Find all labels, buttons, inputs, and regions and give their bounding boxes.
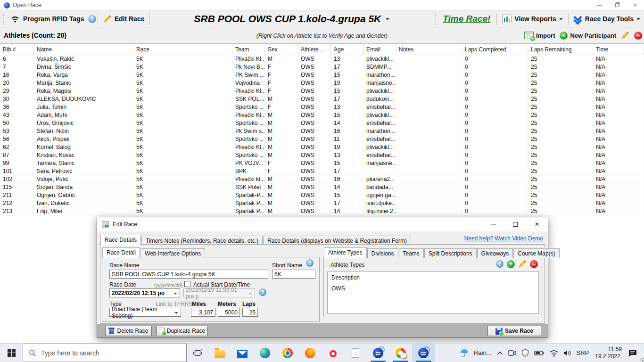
table-row[interactable]: 115Srdjan, Banda5KSSK PoletMOWS14bandada… [0,183,644,191]
athlete-config-tab-2[interactable]: Teams [399,248,424,258]
column-header-1[interactable]: Name [34,44,133,55]
time-race-link[interactable]: Time Race! [438,14,495,24]
taskbar-clock[interactable]: 11:59 19.2.2022. [591,346,626,360]
table-row[interactable]: 99Tamara, Stanic5KPK VOJV...FOWS15marija… [0,159,644,167]
table-row[interactable]: 87Kristian, Kovac5KSportsko ...MOWS13eni… [0,151,644,159]
column-header-9[interactable]: Laps Completed [462,44,528,55]
column-header-7[interactable]: Email [363,44,396,55]
table-row[interactable]: 16Reka, Varga5KPK Swim ...FOWS15marathon… [0,71,644,79]
new-participant-button[interactable]: + New Participant [560,32,616,40]
taskbar-app-chrome[interactable] [276,344,299,362]
view-reports-button[interactable]: View Reports [498,12,566,26]
dialog-titlebar[interactable]: Edit Race × [97,217,548,231]
athlete-types-add-icon[interactable]: + [507,260,515,268]
laps-input[interactable]: 25 [242,308,258,317]
athlete-config-tab-4[interactable]: Giveaways [477,248,513,258]
security-shield-icon[interactable]: ! [519,344,532,362]
speaker-icon[interactable] [561,344,574,362]
actual-start-help-icon[interactable]: ? [259,288,266,296]
taskbar-app-edge[interactable] [254,344,276,362]
short-name-input[interactable]: 5K [272,270,315,279]
column-header-0[interactable]: Bib # [0,44,34,55]
table-row[interactable]: 50Uros, Gmijovic5KSportsko ...MOWS14enis… [0,119,644,127]
table-row[interactable]: 29Reka, Magosi5KPlivački Kl...FOWS15pliv… [0,87,644,95]
athlete-config-tab-3[interactable]: Split Descriptions [424,248,477,258]
table-row[interactable]: 53Stefan, Nićin5KPk Swim s...MOWS16marat… [0,127,644,135]
table-row[interactable]: 6Vukašin, Rakić5KPlivački Kl...MOWS13pli… [0,55,644,63]
taskbar-app-chrome-race[interactable] [389,344,412,362]
delete-race-button[interactable]: Delete Race [105,326,152,336]
actual-start-combo[interactable]: 2022/02/19 11:59:01 pre p [183,288,255,297]
tray-app-label[interactable]: Rain... [471,344,494,362]
notification-center-button[interactable]: 1 [626,344,643,362]
wifi-tray-icon[interactable] [547,344,561,362]
short-name-help-icon[interactable]: ? [306,259,314,267]
meet-now-icon[interactable] [505,344,519,362]
table-row[interactable]: 211Ognjen, Gabrić5KSpartak-P...MOWS15ogn… [0,191,644,199]
column-header-11[interactable]: Time [593,44,644,55]
race-date-combo[interactable]: 2022/02/20 12:15 po [109,288,180,297]
window-restore-button[interactable] [608,0,626,10]
taskbar-app-race-timer[interactable] [367,344,389,362]
dialog-tab-0[interactable]: Race Details [100,235,141,246]
taskbar-app-firefox[interactable] [299,344,322,362]
dialog-close-button[interactable]: × [526,217,548,231]
duplicate-race-button[interactable]: Duplicate Race [157,326,207,336]
task-view-button[interactable] [187,344,208,362]
miles-input[interactable]: 3,107 [191,308,215,317]
table-row[interactable]: 101Sara, Petrović5KBPKFOWS17025N/A [0,167,644,175]
column-header-8[interactable]: Notes [396,44,462,55]
athlete-types-delete-icon[interactable]: – [530,260,538,268]
dialog-minimize-button[interactable] [483,217,504,231]
taskbar-app-opera[interactable] [322,344,344,362]
taskbar-app-file-explorer[interactable] [208,344,231,362]
race-selector-caret-icon[interactable] [386,18,389,20]
type-combo[interactable]: Road Race (Team Scoring) [109,308,181,317]
table-row[interactable]: 213Filip, Miler5KSpartak P...MOWS14filip… [0,207,644,215]
window-minimize-button[interactable] [590,0,608,10]
table-row[interactable]: 20Marija, Stanic5KVojvodinaFOWS19marijai… [0,79,644,87]
column-header-5[interactable]: Athlete ... [298,44,331,55]
battery-icon[interactable] [532,344,547,362]
taskbar-app-race-timer-2[interactable] [412,344,435,362]
column-header-10[interactable]: Laps Remaining [528,44,593,55]
athlete-config-tab-1[interactable]: Divisions [367,248,398,258]
race-day-tools-button[interactable]: Race Day Tools [570,12,644,26]
race-name-input[interactable]: SRB POOL OWS CUP 1.kolo-4.grupa 5K [109,270,268,279]
athlete-config-tab-5[interactable]: Course Map(s) [513,248,559,258]
dialog-maximize-button[interactable] [504,217,526,231]
delete-participant-icon[interactable]: – [634,32,642,40]
edit-participant-icon[interactable] [621,31,629,40]
athlete-types-edit-icon[interactable] [518,260,527,268]
table-row[interactable]: 56Akoš, Pišpek5KSportsko ...MOWS11enisbe… [0,135,644,143]
umbrella-tray-icon[interactable] [457,344,471,362]
table-row[interactable]: 30ALEKSA, DUDUKOVIC5KSSK POL...MOWS17dud… [0,95,644,103]
search-input[interactable] [41,349,164,357]
taskbar-app-mail[interactable] [231,344,254,362]
save-race-button[interactable]: Save Race [487,326,541,336]
table-row[interactable]: 62Kornel, Balog5KPlivački Kl...MOWS19pli… [0,143,644,151]
column-header-3[interactable]: Team [232,44,265,55]
taskbar-search[interactable] [23,344,187,362]
table-row[interactable]: 212Ivan, Đuketić5KSpartak P...MOWS17ivan… [0,199,644,207]
athlete-types-help-icon[interactable]: ? [496,260,504,268]
taskbar-app-notepad[interactable] [344,344,367,362]
race-detail-subtab-1[interactable]: Web Interface Options [140,248,205,258]
column-header-6[interactable]: Age [331,44,363,55]
table-row[interactable]: 7Divna, Šimšić5KPk Novi B...FOWS17SDMMP.… [0,63,644,71]
edit-race-button[interactable]: Edit Race [99,12,149,26]
program-rfid-tags-button[interactable]: Program RFID Tags [6,12,88,26]
race-detail-subtab-0[interactable]: Race Detail [102,247,140,258]
help-link[interactable]: Need help? Watch Video Demo [464,235,543,242]
start-button[interactable] [0,344,23,362]
window-close-button[interactable]: × [626,0,644,10]
table-row[interactable]: 43Adam, Muhi5KPlivački Kl...MOWS15plivac… [0,111,644,119]
meters-input[interactable]: 5000 [218,308,240,317]
table-row[interactable]: 36Julia, Tomin5KSportsko ...FOWS13enisbe… [0,103,644,111]
athlete-config-tab-0[interactable]: Athlete Types [324,247,367,258]
tray-chevron-up-icon[interactable] [494,344,505,362]
column-header-2[interactable]: Race [133,44,232,55]
language-indicator[interactable]: SRP [574,344,592,362]
table-row[interactable]: 102Vidoje, Putić5KPlivački kl...MOWS16pk… [0,175,644,183]
rfid-help-icon[interactable]: ? [88,15,96,23]
